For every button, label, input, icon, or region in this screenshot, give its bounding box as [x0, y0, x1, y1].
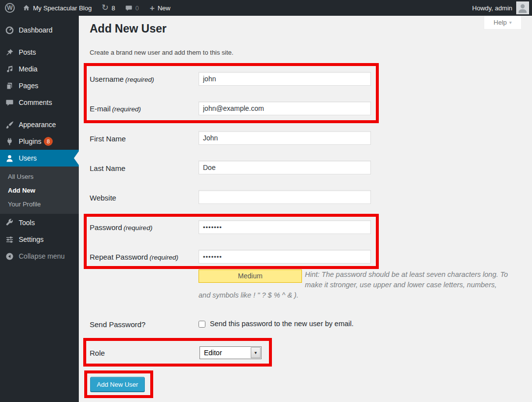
updates-count: 8 [111, 4, 115, 12]
role-selected-value: Editor [204, 349, 222, 357]
site-name-label: My Spectacular Blog [33, 4, 92, 12]
sidebar-item-label: Appearance [19, 121, 56, 129]
role-select[interactable]: Editor ▼ [200, 346, 262, 359]
help-label: Help [494, 19, 507, 26]
send-password-checkbox-label[interactable]: Send this password to the new user by em… [210, 320, 354, 328]
username-label: Username(required) [90, 75, 196, 83]
password-label: Password(required) [90, 223, 196, 232]
sidebar-item-plugins[interactable]: Plugins 8 [0, 133, 79, 150]
howdy-text: Howdy, admin [472, 4, 512, 12]
last-name-label: Last Name [90, 164, 196, 172]
users-submenu: All Users Add New Your Profile [0, 167, 79, 214]
paintbrush-icon [4, 121, 14, 129]
admin-sidebar: Dashboard Posts Media Pages Comments App… [0, 16, 79, 402]
sidebar-item-label: Users [19, 154, 37, 162]
page-subtitle: Create a brand new user and add them to … [90, 49, 233, 56]
submenu-item-your-profile[interactable]: Your Profile [0, 197, 79, 211]
sidebar-item-label: Dashboard [19, 26, 53, 34]
new-label: New [158, 4, 170, 12]
sidebar-item-label: Media [19, 65, 37, 73]
dashboard-icon [4, 26, 14, 34]
sidebar-item-label: Comments [19, 99, 52, 106]
add-new-user-button[interactable]: Add New User [90, 377, 145, 392]
site-name-link[interactable]: My Spectacular Blog [23, 4, 92, 12]
sidebar-item-comments[interactable]: Comments [0, 94, 79, 111]
submenu-item-all-users[interactable]: All Users [0, 169, 79, 183]
comments-count: 0 [135, 4, 139, 12]
sidebar-item-posts[interactable]: Posts [0, 44, 79, 61]
first-name-label: First Name [90, 134, 196, 143]
wordpress-logo-icon[interactable]: W [5, 3, 15, 13]
send-password-checkbox[interactable] [199, 321, 205, 328]
pushpin-icon [4, 48, 14, 57]
comments-bubble-icon [125, 4, 133, 12]
sidebar-item-appearance[interactable]: Appearance [0, 116, 79, 133]
required-hint: (required) [149, 254, 178, 261]
admin-bar: W My Spectacular Blog ↻ 8 0 + New Howdy,… [0, 0, 532, 16]
dropdown-arrow-icon[interactable]: ▼ [251, 347, 261, 358]
required-hint: (required) [112, 105, 141, 113]
sidebar-item-collapse-menu[interactable]: Collapse menu [0, 248, 79, 265]
updates-icon: ↻ [101, 3, 108, 12]
sidebar-item-users[interactable]: Users [0, 150, 79, 167]
sidebar-item-label: Posts [19, 48, 36, 56]
account-menu[interactable]: Howdy, admin [472, 0, 529, 16]
repeat-password-label: Repeat Password(required) [90, 253, 196, 261]
first-name-input[interactable] [199, 131, 371, 145]
sidebar-item-tools[interactable]: Tools [0, 214, 79, 231]
sidebar-item-label: Plugins [19, 137, 41, 145]
updates-link[interactable]: ↻ 8 [101, 4, 115, 12]
admin-bar-left: W My Spectacular Blog ↻ 8 0 + New [0, 0, 170, 16]
submenu-label: Add New [8, 187, 35, 194]
sidebar-item-pages[interactable]: Pages [0, 77, 79, 94]
submenu-label: All Users [8, 173, 33, 180]
plugins-update-badge: 8 [44, 137, 53, 146]
website-input[interactable] [199, 190, 371, 204]
avatar [516, 1, 529, 14]
sidebar-item-settings[interactable]: Settings [0, 231, 79, 248]
password-strength-meter: Medium [199, 269, 302, 283]
user-icon [4, 154, 14, 163]
pages-icon [4, 82, 14, 90]
last-name-input[interactable] [199, 161, 371, 174]
comment-bubble-icon [4, 99, 14, 107]
sliders-icon [4, 235, 14, 244]
media-icon [4, 65, 14, 73]
website-label: Website [90, 194, 196, 202]
plug-icon [4, 137, 14, 146]
sidebar-item-dashboard[interactable]: Dashboard [0, 22, 79, 38]
help-button[interactable]: Help ▾ [484, 16, 522, 30]
username-input[interactable] [199, 72, 371, 86]
email-input[interactable] [199, 101, 371, 115]
send-password-label: Send Password? [90, 320, 196, 329]
person-icon [517, 2, 529, 14]
submenu-label: Your Profile [8, 201, 41, 208]
sidebar-item-media[interactable]: Media [0, 61, 79, 77]
password-hint-area: Medium Hint: The password should be at l… [199, 269, 510, 301]
sidebar-item-label: Settings [19, 235, 44, 243]
page-title: Add New User [90, 22, 166, 35]
collapse-arrow-icon [4, 252, 14, 261]
sidebar-item-label: Collapse menu [19, 252, 65, 260]
sidebar-item-label: Tools [19, 219, 35, 227]
chevron-down-icon: ▾ [509, 20, 512, 25]
password-input[interactable] [199, 220, 371, 234]
required-hint: (required) [125, 76, 154, 83]
role-label: Role [90, 349, 196, 357]
sidebar-item-label: Pages [19, 82, 38, 90]
home-icon [23, 4, 30, 12]
email-label: E-mail(required) [90, 104, 196, 113]
submenu-item-add-new[interactable]: Add New [0, 183, 79, 197]
repeat-password-input[interactable] [199, 250, 371, 264]
comments-link[interactable]: 0 [125, 4, 139, 12]
required-hint: (required) [124, 224, 153, 232]
wrench-icon [4, 219, 14, 227]
plus-icon: + [150, 4, 155, 12]
new-content-link[interactable]: + New [150, 4, 170, 12]
